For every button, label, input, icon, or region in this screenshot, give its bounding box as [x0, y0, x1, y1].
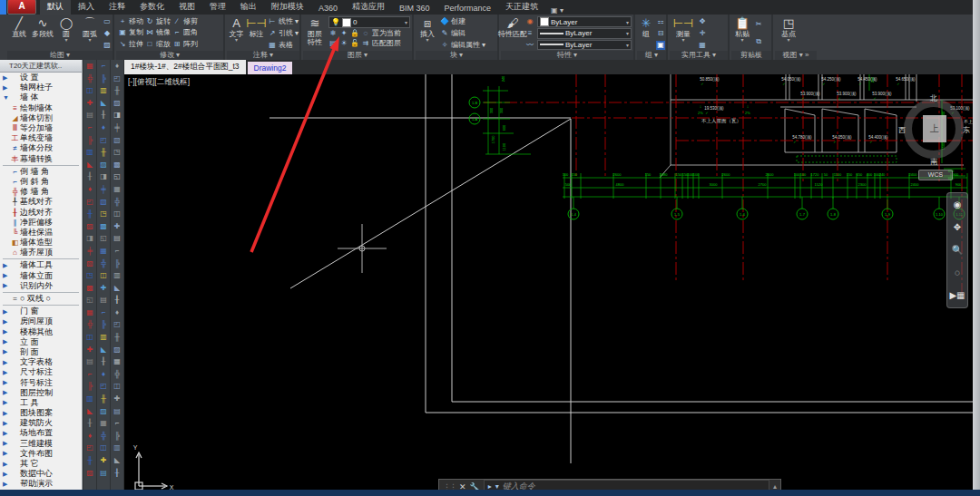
table-button[interactable]: ▦表格: [268, 41, 299, 50]
toolbar-button[interactable]: ▨: [84, 220, 95, 233]
text-button[interactable]: A文字▾: [227, 15, 246, 51]
panel-label-view[interactable]: 视图 ▾ »: [775, 51, 817, 60]
layer-lock-icon[interactable]: 🔒: [350, 29, 359, 38]
toolbar-button[interactable]: ▨: [98, 159, 109, 171]
toolbar-button[interactable]: ✚: [84, 344, 95, 356]
group-select-icon[interactable]: ▣: [656, 41, 665, 50]
toolbar-button[interactable]: ▩: [112, 159, 122, 171]
wcs-badge[interactable]: WCS: [918, 170, 953, 180]
toolbar-button[interactable]: ▨: [84, 467, 95, 480]
toolbar-button[interactable]: ╬: [84, 318, 95, 331]
dimension-button[interactable]: ⊢⊣标注: [246, 15, 267, 51]
layer-combo[interactable]: 💡 0▾: [328, 16, 410, 28]
zoom-icon[interactable]: 🔍: [952, 246, 963, 255]
edit-block-button[interactable]: ✎编辑: [440, 29, 485, 38]
customize-wrench-icon[interactable]: 🔧: [470, 482, 480, 491]
toolbar-button[interactable]: ╂: [112, 467, 122, 480]
toolbar-button[interactable]: ▨: [98, 405, 109, 418]
panel-label-draw[interactable]: 绘图 ▾: [7, 51, 113, 60]
toolbar-button[interactable]: ╫: [98, 393, 109, 405]
ribbon-tab-BIM 360[interactable]: BIM 360: [392, 2, 437, 15]
toolbar-button[interactable]: ╠: [98, 318, 109, 331]
toolbar-button[interactable]: ♦: [98, 122, 109, 134]
toolbar-button[interactable]: ◫: [84, 84, 95, 97]
ungroup-icon[interactable]: ⚏: [656, 17, 665, 26]
ribbon-tab-附加模块[interactable]: 附加模块: [264, 0, 311, 15]
ribbon-tab-Performance[interactable]: Performance: [437, 2, 499, 15]
toolbar-button[interactable]: ▥: [98, 331, 109, 344]
toolbar-button[interactable]: ◣: [112, 282, 122, 295]
sidebar-item-楼梯其他[interactable]: ▶楼梯其他: [0, 327, 82, 337]
toolbar-button[interactable]: ▥: [84, 146, 95, 159]
toolbar-button[interactable]: ✚: [112, 393, 122, 405]
linetype-icon[interactable]: 〰: [525, 41, 534, 50]
toolbar-button[interactable]: ◳: [84, 269, 95, 282]
command-line-dock[interactable]: ⋮⋮ ✕ 🔧 ▸ ▾ 键入命令 ▴: [438, 479, 781, 490]
palette-title[interactable]: T20天正建筑软..: [0, 60, 82, 73]
toolbar-button[interactable]: ▤: [112, 232, 122, 245]
panel-label-clipboard[interactable]: 剪贴板: [731, 51, 771, 60]
sidebar-item-文件布图[interactable]: ▶文件布图: [0, 449, 82, 459]
toolbar-button[interactable]: ╠: [112, 258, 122, 270]
measure-button[interactable]: ⊢⊣测量▾: [670, 15, 697, 51]
panel-label-group[interactable]: 组 ▾: [637, 51, 666, 60]
toolbar-button[interactable]: ╠: [84, 380, 95, 393]
copy-clip-icon[interactable]: ⧉: [754, 37, 763, 46]
quick-select-icon[interactable]: ✥: [698, 17, 707, 26]
toolbar-button[interactable]: ⌐: [112, 417, 122, 430]
toolbar-button[interactable]: ⌐: [84, 122, 95, 134]
toolbar-button[interactable]: ╂: [84, 417, 95, 430]
toolbar-button[interactable]: ✚: [112, 220, 122, 233]
nav-more-icon[interactable]: ▶▦: [949, 291, 965, 300]
toolbar-button[interactable]: ◨: [112, 109, 122, 122]
ribbon-tab-参数化[interactable]: 参数化: [132, 0, 172, 15]
toolbar-button[interactable]: ╂: [98, 355, 109, 368]
color-combo[interactable]: ByLayer▾: [537, 16, 632, 27]
toolbar-button[interactable]: ╂: [84, 170, 95, 183]
toolbar-button[interactable]: ╬: [112, 368, 122, 381]
toolbar-button[interactable]: ▤: [98, 467, 109, 480]
layer-thaw-icon[interactable]: ☀: [339, 39, 348, 48]
sidebar-item-图层控制[interactable]: ▶图层控制: [0, 388, 82, 398]
sidebar-item-帮助演示[interactable]: ▶帮助演示: [0, 479, 82, 489]
toolbar-button[interactable]: ◣: [84, 405, 95, 418]
toolbar-button[interactable]: ◫: [112, 380, 122, 393]
linear-dim-button[interactable]: ⊢线性 ▾: [268, 17, 299, 26]
layer-merge-icon[interactable]: ⇉: [361, 39, 370, 48]
ribbon-tab-默认[interactable]: 默认: [40, 0, 71, 15]
ribbon-tab-A360[interactable]: A360: [311, 2, 345, 15]
sidebar-item-轴网柱子[interactable]: ▶轴网柱子: [0, 83, 82, 92]
toolbar-button[interactable]: ╫: [112, 84, 122, 97]
ribbon-tab-输出[interactable]: 输出: [233, 0, 264, 15]
arc-button[interactable]: ⌒圆弧▾: [78, 15, 102, 51]
panel-label-block[interactable]: 块 ▾: [416, 51, 497, 60]
pan-icon[interactable]: ✥: [954, 223, 961, 232]
file-tab-active[interactable]: 1#楼块-1#、2#楼组合平面图_t3: [124, 60, 246, 74]
sidebar-item-墙齐屋顶[interactable]: ⌂墙齐屋顶: [0, 248, 82, 258]
toolbar-button[interactable]: ✚: [98, 454, 109, 467]
ribbon-tab-管理[interactable]: 管理: [202, 0, 233, 15]
toolbar-button[interactable]: ╬: [98, 258, 109, 270]
modify-缩放[interactable]: □缩放: [145, 39, 171, 50]
toolbar-button[interactable]: ▦: [112, 355, 122, 368]
line-button[interactable]: ╱直线: [7, 15, 31, 51]
color-wheel-icon[interactable]: ◉: [525, 17, 534, 26]
calculator-icon[interactable]: ▦: [698, 41, 707, 50]
circle-button[interactable]: ◯圆▾: [54, 15, 78, 51]
toolbar-button[interactable]: ◱: [84, 294, 95, 306]
toolbar-button[interactable]: ╫: [84, 454, 95, 467]
sidebar-item-识别内外[interactable]: ▶识别内外: [0, 281, 82, 291]
layer-on-icon[interactable]: 💡: [331, 18, 340, 26]
toolbar-button[interactable]: ▥: [112, 442, 122, 454]
layer-isolate-icon[interactable]: ✦: [339, 29, 348, 38]
lineweight-combo[interactable]: ByLayer▾: [537, 28, 632, 39]
recent-commands-icon[interactable]: ▾: [495, 482, 499, 490]
toolbar-button[interactable]: ╠: [84, 134, 95, 147]
modify-阵列[interactable]: ⊞阵列: [172, 39, 198, 50]
toolbar-button[interactable]: ╂: [98, 109, 109, 122]
toolbar-button[interactable]: ▩: [84, 282, 95, 295]
toolbar-button[interactable]: ▤: [112, 405, 122, 418]
toolbar-button[interactable]: ◳: [98, 208, 109, 220]
toolbar-button[interactable]: ♦: [112, 306, 122, 319]
ribbon-tab-精选应用[interactable]: 精选应用: [345, 0, 392, 15]
